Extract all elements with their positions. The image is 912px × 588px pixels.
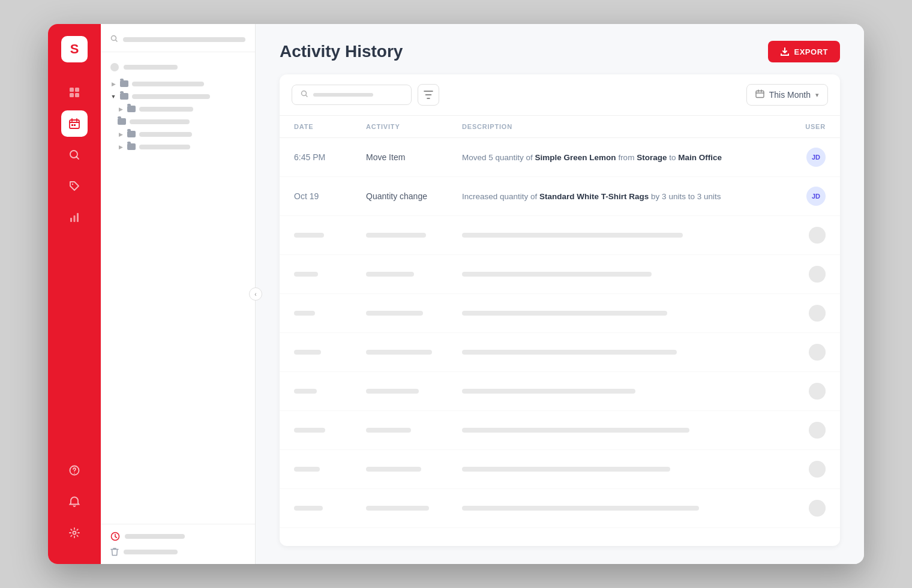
skeleton-activity	[366, 428, 411, 433]
svg-point-13	[74, 473, 75, 474]
skeleton-user	[809, 344, 826, 361]
tree-item-label	[132, 82, 204, 86]
table-body: 6:45 PM Move Item Moved 5 quantity of Si…	[280, 138, 840, 546]
app-window: S	[48, 24, 864, 564]
main-header: Activity History EXPORT	[256, 24, 864, 74]
skeleton-activity	[366, 506, 429, 511]
activity-table-container: This Month ▾ DATE ACTIVITY DESCRIPTION U…	[280, 74, 840, 546]
col-header-date: DATE	[294, 123, 366, 130]
cell-user: JD	[778, 187, 826, 206]
skeleton-row	[280, 489, 840, 528]
search-box[interactable]	[292, 85, 412, 105]
skeleton-row	[280, 294, 840, 333]
calendar-small-icon	[110, 63, 119, 71]
skeleton-date	[294, 389, 317, 394]
calendar-icon	[755, 89, 764, 100]
sidebar-collapse-button[interactable]: ‹	[249, 287, 262, 301]
skeleton-desc	[462, 506, 699, 511]
user-avatar: JD	[806, 148, 826, 167]
sidebar-trash-item[interactable]	[110, 547, 245, 557]
tree-item[interactable]: ▶	[101, 103, 255, 115]
nav-bar: S	[48, 24, 101, 564]
cell-user: JD	[778, 148, 826, 167]
svg-rect-0	[70, 88, 74, 92]
skeleton-activity	[366, 389, 419, 394]
svg-rect-10	[74, 215, 76, 222]
nav-icon-chart[interactable]	[61, 204, 88, 230]
tree-item[interactable]: ▶	[101, 77, 255, 90]
skeleton-activity	[366, 311, 423, 316]
skeleton-row	[280, 333, 840, 372]
tree-item[interactable]: ▶	[101, 140, 255, 153]
nav-icon-settings[interactable]	[61, 520, 88, 546]
skeleton-activity	[366, 233, 426, 238]
nav-icon-search[interactable]	[61, 142, 88, 168]
date-range-selector[interactable]: This Month ▾	[746, 84, 828, 106]
skeleton-row	[280, 372, 840, 411]
tree-item-label	[132, 94, 210, 99]
skeleton-date	[294, 311, 315, 316]
export-button[interactable]: EXPORT	[768, 41, 840, 62]
col-header-description: DESCRIPTION	[462, 123, 778, 130]
search-input-icon	[301, 90, 308, 100]
cell-description: Increased quantity of Standard White T-S…	[462, 192, 778, 201]
tree-item[interactable]: ▶	[101, 128, 255, 140]
nav-icon-calendar[interactable]	[61, 110, 88, 137]
nav-bottom	[61, 457, 88, 552]
folder-icon	[118, 118, 126, 125]
svg-point-8	[72, 184, 73, 185]
sidebar-search-bar[interactable]	[123, 37, 245, 42]
skeleton-user	[809, 227, 826, 244]
svg-rect-3	[75, 93, 79, 97]
skeleton-desc	[462, 428, 689, 433]
nav-icon-bell[interactable]	[61, 488, 88, 515]
page-title: Activity History	[280, 42, 403, 61]
tree-item-label	[130, 119, 190, 124]
skeleton-desc	[462, 233, 683, 238]
tree-item-label	[139, 145, 190, 149]
cell-description: Moved 5 quantity of Simple Green Lemon f…	[462, 153, 778, 162]
table-row: 6:45 PM Move Item Moved 5 quantity of Si…	[280, 138, 840, 177]
cell-date: Oct 19	[294, 191, 366, 201]
sidebar-search	[101, 24, 255, 52]
sidebar-bottom	[101, 524, 255, 564]
skeleton-activity	[366, 350, 432, 355]
tree-arrow: ▼	[110, 94, 116, 100]
cell-activity: Quantity change	[366, 191, 462, 201]
tree-arrow: ▶	[118, 144, 124, 150]
tree-item[interactable]: ▼	[101, 90, 255, 103]
table-header: DATE ACTIVITY DESCRIPTION USER	[280, 116, 840, 138]
sidebar-bottom-label	[124, 550, 178, 554]
sidebar-tree: ▶ ▼ ▶ ▶	[101, 52, 255, 524]
skeleton-desc	[462, 311, 667, 316]
folder-icon	[120, 93, 128, 100]
col-header-activity: ACTIVITY	[366, 123, 462, 130]
skeleton-user	[809, 266, 826, 283]
svg-rect-2	[70, 93, 74, 97]
skeleton-desc	[462, 350, 677, 355]
svg-point-14	[73, 532, 76, 535]
app-logo: S	[61, 36, 88, 62]
sidebar-search-icon	[110, 35, 118, 44]
skeleton-desc	[462, 272, 652, 277]
skeleton-user	[809, 461, 826, 478]
main-content: Activity History EXPORT	[256, 24, 864, 564]
user-avatar: JD	[806, 187, 826, 206]
skeleton-row	[280, 216, 840, 255]
col-header-user: USER	[778, 123, 826, 130]
skeleton-activity	[366, 272, 414, 277]
cell-date: 6:45 PM	[294, 152, 366, 162]
filter-button[interactable]	[418, 84, 439, 106]
skeleton-desc	[462, 389, 635, 394]
nav-icon-tag[interactable]	[61, 173, 88, 199]
svg-rect-1	[75, 88, 79, 92]
cell-activity: Move Item	[366, 152, 462, 162]
search-input-placeholder	[313, 93, 373, 97]
skeleton-date	[294, 350, 321, 355]
skeleton-date	[294, 272, 318, 277]
nav-icon-help[interactable]	[61, 457, 88, 484]
folder-icon	[127, 131, 136, 137]
tree-item[interactable]	[101, 115, 255, 128]
sidebar-history-item[interactable]	[110, 532, 245, 541]
nav-icon-grid[interactable]	[61, 79, 88, 106]
